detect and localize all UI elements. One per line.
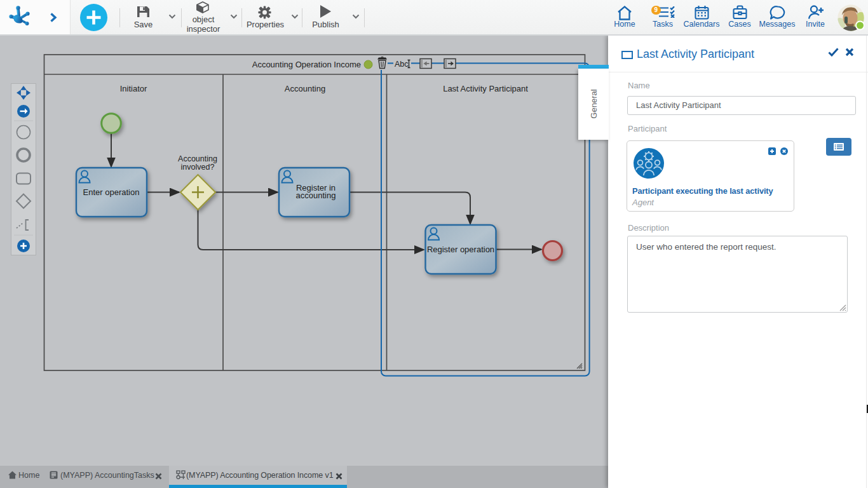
svg-text:Accounting Operation Income: Accounting Operation Income [252, 60, 361, 69]
svg-text:Last Activity Participant: Last Activity Participant [443, 84, 528, 93]
svg-text:accounting: accounting [296, 191, 336, 200]
svg-text:Abc: Abc [395, 60, 409, 69]
svg-text:involved?: involved? [181, 163, 215, 172]
svg-text:Register operation: Register operation [427, 245, 494, 254]
svg-text:Accounting: Accounting [285, 84, 325, 93]
svg-text:Enter operation: Enter operation [83, 187, 140, 197]
svg-text:Initiator: Initiator [120, 84, 147, 93]
